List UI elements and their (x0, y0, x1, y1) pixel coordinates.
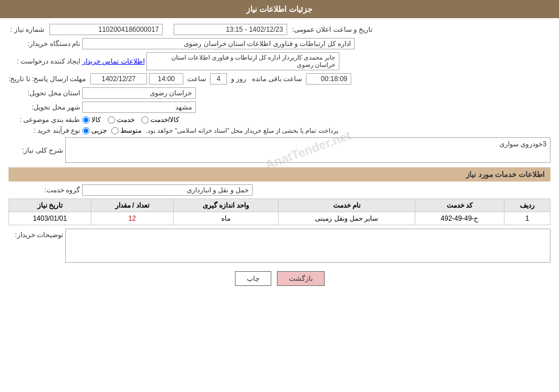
purchase-type-option-jozi[interactable]: جزیی (82, 127, 107, 134)
col-quantity: تعداد / مقدار (91, 199, 173, 212)
cell-date: 1403/01/01 (9, 212, 91, 225)
category-label-kala: کالا (91, 116, 101, 124)
need-description-container: 3خودروی سواری AnatTender.net (65, 137, 550, 163)
watermark-area: 3خودروی سواری AnatTender.net (65, 137, 550, 163)
col-unit: واحد اندازه گیری (173, 199, 278, 212)
buyer-notes-container (65, 229, 550, 264)
response-remaining-value: 00:18:09 (306, 73, 351, 85)
back-button[interactable]: بازگشت (277, 271, 325, 286)
row-city: مشهد شهر محل تحویل: (9, 102, 550, 113)
services-table: ردیف کد خدمت نام خدمت واحد اندازه گیری ت… (9, 199, 550, 225)
purchase-type-label-jozi: جزیی (91, 127, 107, 134)
cell-row-num: 1 (505, 212, 550, 225)
col-row-num: ردیف (505, 199, 550, 212)
row-buyer-notes: توضیحات خریدار: (9, 229, 550, 264)
purchase-type-label: نوع فرآیند خرید : (9, 127, 82, 134)
city-label: شهر محل تحویل: (9, 103, 82, 111)
category-radio-group: کالا/خدمت خدمت کالا (82, 116, 179, 124)
page-title: جزئیات اطلاعات نیاز (246, 5, 313, 14)
response-time-label: ساعت (187, 75, 206, 83)
creator-name: جابر محمدی کاربرداز اداره کل ارتباطات و … (146, 52, 339, 70)
response-days-value: 4 (210, 73, 227, 85)
service-group-label: گروه خدمت: (9, 186, 82, 194)
category-option-kala[interactable]: کالا (82, 116, 101, 124)
cell-service-code: ح-49-49-492 (415, 212, 504, 225)
row-response-deadline: 00:18:09 ساعت باقی مانده روز و 4 ساعت 14… (9, 73, 550, 85)
row-province: خراسان رضوی استان محل تحویل: (9, 87, 550, 99)
category-label-kala-khadamat: کالا/خدمت (150, 116, 179, 124)
services-section-header: اطلاعات خدمات مورد نیاز (9, 167, 550, 182)
province-label: استان محل تحویل: (9, 89, 82, 97)
table-row: 1 ح-49-49-492 سایر حمل ونقل زمینی ماه 12… (9, 212, 550, 225)
response-deadline-label: مهلت ارسال پاسخ: تا تاریخ: (9, 75, 88, 83)
need-number-value: 1102004186000017 (49, 24, 163, 35)
services-table-header-row: ردیف کد خدمت نام خدمت واحد اندازه گیری ت… (9, 199, 550, 212)
row-category: کالا/خدمت خدمت کالا طبقه بندی موضوعی : (9, 116, 550, 124)
need-description-value: 3خودروی سواری (65, 137, 550, 163)
contact-link[interactable]: اطلاعات تماس خریدار (82, 57, 145, 65)
page-header: جزئیات اطلاعات نیاز (0, 0, 559, 18)
purchase-type-radio-motavasset[interactable] (111, 127, 119, 134)
buyer-notes-label: توضیحات خریدار: (9, 229, 65, 239)
category-label: طبقه بندی موضوعی : (9, 116, 82, 124)
row-creator: جابر محمدی کاربرداز اداره کل ارتباطات و … (9, 52, 550, 70)
col-date: تاریخ نیاز (9, 199, 91, 212)
response-days-label: روز و (231, 75, 246, 83)
cell-unit: ماه (173, 212, 278, 225)
category-radio-kala[interactable] (82, 116, 90, 124)
response-time-value: 14:00 (149, 73, 183, 85)
announce-datetime-value: 1402/12/23 - 13:15 (174, 24, 287, 35)
city-value: مشهد (82, 102, 196, 113)
service-group-value: حمل و نقل و انبارداری (82, 184, 253, 196)
col-service-name: نام خدمت (279, 199, 415, 212)
services-table-body: 1 ح-49-49-492 سایر حمل ونقل زمینی ماه 12… (9, 212, 550, 225)
response-remaining-label: ساعت باقی مانده (252, 75, 302, 83)
row-service-group: حمل و نقل و انبارداری گروه خدمت: (9, 184, 550, 196)
purchase-type-radio-jozi[interactable] (82, 127, 90, 134)
category-option-kala-khadamat[interactable]: کالا/خدمت (141, 116, 179, 124)
page-wrapper: جزئیات اطلاعات نیاز تاریخ و ساعت اعلان ع… (0, 0, 559, 392)
cell-service-name: سایر حمل ونقل زمینی (279, 212, 415, 225)
col-service-code: کد خدمت (415, 199, 504, 212)
row-need-number: تاریخ و ساعت اعلان عمومی: 1402/12/23 - 1… (9, 24, 550, 35)
category-radio-khadamat[interactable] (108, 116, 115, 124)
purchase-type-note: پرداخت تمام یا بخشی از مبلغ خریداز محل "… (146, 127, 338, 134)
province-value: خراسان رضوی (82, 87, 196, 99)
buyer-org-value: اداره کل ارتباطات و فناوری اطلاعات استان… (82, 38, 355, 49)
purchase-type-label-motavasset: متوسط (120, 127, 141, 134)
announce-datetime-label: تاریخ و ساعت اعلان عمومی: (292, 26, 373, 33)
category-option-khadamat[interactable]: خدمت (108, 116, 135, 124)
row-purchase-type: پرداخت تمام یا بخشی از مبلغ خریداز محل "… (9, 127, 550, 134)
purchase-type-option-motavasset[interactable]: متوسط (111, 127, 141, 134)
services-table-header: ردیف کد خدمت نام خدمت واحد اندازه گیری ت… (9, 199, 550, 212)
buyer-notes-textarea[interactable] (65, 229, 550, 263)
need-description-label: شرح کلی نیاز: (9, 146, 65, 154)
category-label-khadamat: خدمت (117, 116, 135, 124)
row-need-description: 3خودروی سواری AnatTender.net شرح کلی نیا… (9, 137, 550, 163)
content-area: تاریخ و ساعت اعلان عمومی: 1402/12/23 - 1… (0, 18, 559, 297)
buyer-org-label: نام دستگاه خریدار: (9, 40, 82, 48)
button-row: بازگشت چاپ (9, 271, 550, 286)
cell-quantity: 12 (91, 212, 173, 225)
response-date-value: 1402/12/27 (90, 73, 147, 85)
creator-label: ایجاد کننده درخواست : (9, 57, 82, 65)
need-number-label: شماره نیاز : (10, 26, 44, 33)
print-button[interactable]: چاپ (235, 271, 271, 286)
row-buyer-org: اداره کل ارتباطات و فناوری اطلاعات استان… (9, 38, 550, 49)
category-radio-kala-khadamat[interactable] (141, 116, 149, 124)
